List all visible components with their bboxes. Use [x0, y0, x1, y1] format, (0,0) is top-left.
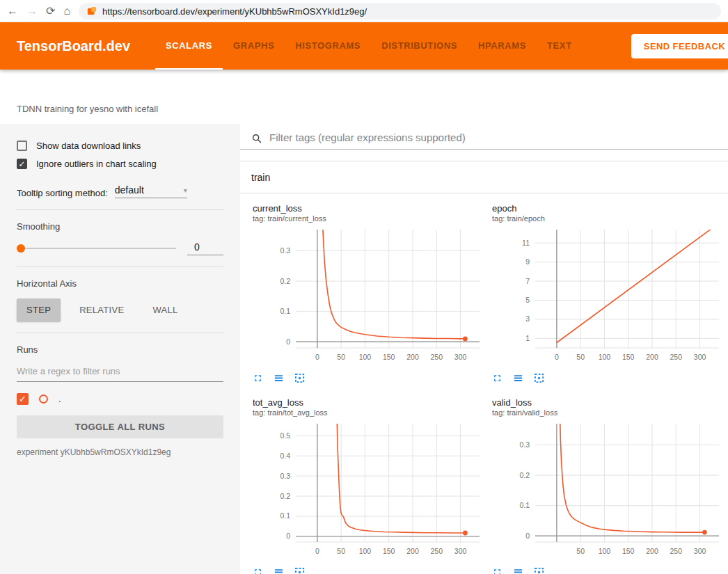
show-download-links-checkbox-row[interactable]: Show data download links: [17, 141, 223, 151]
tab-text[interactable]: TEXT: [537, 22, 583, 70]
checkbox-unchecked[interactable]: [17, 141, 27, 151]
runs-filter-input[interactable]: [17, 366, 223, 382]
tot-avg-loss-line-chart[interactable]: 05010015020025030000.10.20.30.40.5: [251, 418, 484, 561]
fullscreen-icon[interactable]: [492, 567, 503, 574]
tag-filter-input[interactable]: [269, 131, 717, 149]
svg-text:150: 150: [383, 547, 395, 555]
refresh-icon[interactable]: ⟳: [46, 6, 55, 17]
svg-text:0.1: 0.1: [519, 501, 530, 509]
svg-text:0: 0: [315, 547, 319, 555]
svg-text:0.5: 0.5: [280, 431, 290, 440]
search-icon: [251, 133, 262, 144]
fullscreen-icon[interactable]: [492, 373, 503, 383]
chart-actions: [491, 567, 723, 574]
chart-tag: tag: train/epoch: [491, 214, 723, 224]
svg-text:0: 0: [286, 532, 290, 540]
chart-actions: [491, 373, 723, 383]
horizontal-axis-label: Horizontal Axis: [17, 278, 223, 289]
experiment-title: TDNN training for yesno with icefall: [17, 104, 158, 114]
chart-tag: tag: train/current_loss: [251, 214, 484, 224]
tag-filter-row: [240, 124, 728, 150]
svg-text:300: 300: [694, 547, 706, 555]
svg-text:9: 9: [525, 257, 530, 266]
chart-card-epoch: epoch tag: train/epoch 05010015020025030…: [491, 203, 723, 383]
runs-label: Runs: [17, 344, 223, 355]
stacked-lines-icon[interactable]: [274, 373, 284, 383]
chart-actions: [251, 373, 484, 383]
stacked-lines-icon[interactable]: [513, 373, 523, 383]
tab-histograms[interactable]: HISTOGRAMS: [285, 22, 371, 70]
svg-text:250: 250: [431, 547, 443, 555]
svg-text:300: 300: [454, 547, 467, 555]
svg-text:300: 300: [454, 353, 467, 361]
tooltip-sorting-label: Tooltip sorting method:: [17, 188, 108, 198]
svg-text:250: 250: [431, 353, 443, 361]
chart-card-current-loss: current_loss tag: train/current_loss 050…: [251, 203, 484, 383]
stacked-lines-icon[interactable]: [274, 567, 284, 574]
ignore-outliers-label: Ignore outliers in chart scaling: [36, 159, 157, 169]
train-section-card: train current_loss tag: train/current_lo…: [240, 161, 728, 574]
fit-domain-icon[interactable]: [534, 567, 544, 574]
smoothing-label: Smoothing: [17, 221, 223, 232]
chart-card-valid-loss: valid_loss tag: train/valid_loss 5010015…: [491, 397, 723, 574]
fit-domain-icon[interactable]: [294, 373, 305, 383]
svg-text:50: 50: [337, 547, 345, 555]
tab-scalars[interactable]: SCALARS: [155, 22, 223, 70]
fullscreen-icon[interactable]: [253, 373, 263, 383]
smoothing-slider-knob[interactable]: [17, 244, 25, 253]
smoothing-slider[interactable]: [17, 248, 176, 249]
chart-title: epoch: [491, 203, 723, 214]
svg-text:200: 200: [646, 547, 658, 555]
home-icon[interactable]: ⌂: [63, 6, 70, 17]
svg-text:200: 200: [406, 547, 419, 555]
fullscreen-icon[interactable]: [253, 567, 263, 574]
charts-grid: current_loss tag: train/current_loss 050…: [240, 193, 728, 574]
forward-icon[interactable]: →: [26, 6, 38, 17]
axis-wall-button[interactable]: WALL: [143, 298, 187, 321]
plugin-tabs: SCALARS GRAPHS HISTOGRAMS DISTRIBUTIONS …: [155, 22, 583, 70]
svg-text:0.1: 0.1: [280, 511, 290, 520]
chart-actions: [251, 567, 484, 574]
svg-text:0: 0: [555, 353, 559, 361]
svg-text:0.2: 0.2: [519, 471, 530, 479]
epoch-line-chart[interactable]: 0501001502002503001357911: [491, 224, 723, 367]
svg-text:5: 5: [525, 296, 530, 304]
svg-text:100: 100: [599, 547, 611, 555]
train-section-header[interactable]: train: [240, 161, 728, 193]
svg-text:0.3: 0.3: [280, 472, 290, 480]
run-checkbox[interactable]: ✓: [17, 393, 29, 405]
url-text[interactable]: https://tensorboard.dev/experiment/yKUbh…: [102, 6, 367, 17]
axis-step-button[interactable]: STEP: [17, 298, 61, 321]
tab-graphs[interactable]: GRAPHS: [223, 22, 285, 70]
divider: [17, 209, 223, 210]
fit-domain-icon[interactable]: [294, 567, 305, 574]
svg-text:0.2: 0.2: [280, 277, 290, 285]
fit-domain-icon[interactable]: [534, 373, 544, 383]
svg-text:250: 250: [670, 547, 683, 555]
tooltip-sorting-dropdown[interactable]: default ▾: [115, 184, 187, 198]
tab-distributions[interactable]: DISTRIBUTIONS: [371, 22, 468, 70]
chart-card-tot-avg-loss: tot_avg_loss tag: train/tot_avg_loss 050…: [251, 397, 484, 574]
ignore-outliers-checkbox-row[interactable]: ✓ Ignore outliers in chart scaling: [17, 159, 223, 169]
settings-sidebar: Show data download links ✓ Ignore outlie…: [0, 124, 240, 574]
valid-loss-line-chart[interactable]: 5010015020025030000.10.20.3: [491, 418, 723, 561]
back-icon[interactable]: ←: [7, 6, 18, 17]
tab-hparams[interactable]: HPARAMS: [468, 22, 537, 70]
toggle-all-runs-button[interactable]: TOGGLE ALL RUNS: [17, 415, 223, 438]
svg-text:3: 3: [525, 314, 530, 323]
run-color-circle-icon[interactable]: [39, 394, 48, 404]
stacked-lines-icon[interactable]: [513, 567, 523, 574]
show-download-links-label: Show data download links: [36, 141, 141, 151]
run-row: ✓ .: [17, 393, 223, 405]
run-name: .: [58, 394, 61, 404]
chart-tag: tag: train/tot_avg_loss: [251, 408, 484, 418]
axis-relative-button[interactable]: RELATIVE: [70, 298, 134, 321]
send-feedback-button[interactable]: SEND FEEDBACK: [631, 34, 728, 58]
address-bar[interactable]: https://tensorboard.dev/experiment/yKUbh…: [79, 3, 721, 19]
svg-text:150: 150: [383, 353, 395, 361]
smoothing-value[interactable]: 0: [187, 241, 223, 255]
checkbox-checked[interactable]: ✓: [17, 159, 27, 169]
svg-text:50: 50: [337, 353, 345, 361]
svg-text:100: 100: [359, 353, 372, 361]
current-loss-line-chart[interactable]: 05010015020025030000.10.20.3: [251, 224, 484, 367]
